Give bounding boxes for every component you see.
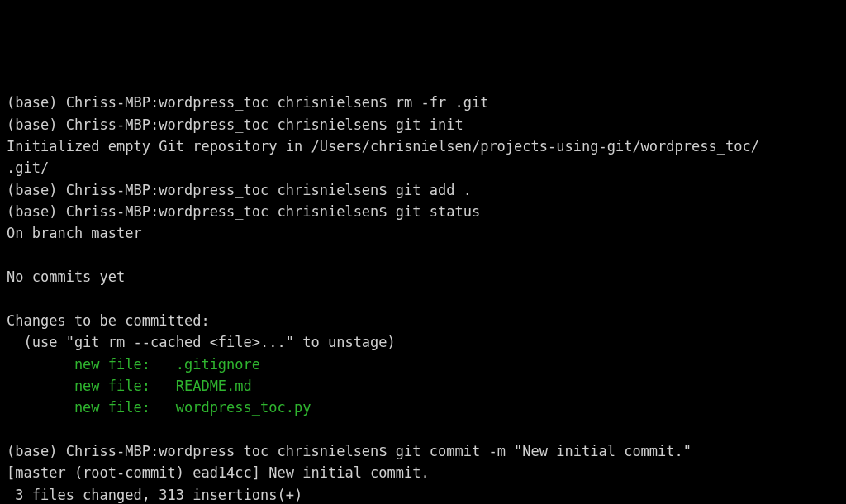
terminal-line: .git/	[7, 157, 839, 178]
shell-command: git status	[396, 203, 480, 220]
shell-output: .git/	[7, 159, 49, 176]
shell-command: git init	[396, 116, 463, 133]
shell-output: No commits yet	[7, 269, 125, 285]
terminal-line: (use "git rm --cached <file>..." to unst…	[7, 331, 839, 353]
shell-command: git commit -m "New initial commit."	[396, 443, 692, 459]
terminal-line: 3 files changed, 313 insertions(+)	[7, 484, 839, 504]
terminal-line	[7, 419, 839, 440]
shell-prompt: (base) Chriss-MBP:wordpress_toc chrisnie…	[7, 182, 396, 198]
shell-output: (use "git rm --cached <file>..." to unst…	[7, 334, 396, 350]
shell-prompt: (base) Chriss-MBP:wordpress_toc chrisnie…	[7, 116, 396, 133]
staged-file-line: new file: README.md	[7, 378, 252, 394]
terminal-line: new file: wordpress_toc.py	[7, 397, 839, 418]
shell-output: On branch master	[7, 225, 142, 241]
terminal-line: On branch master	[7, 222, 839, 244]
terminal-line: Changes to be committed:	[7, 310, 839, 331]
terminal-line: (base) Chriss-MBP:wordpress_toc chrisnie…	[7, 179, 839, 201]
shell-prompt: (base) Chriss-MBP:wordpress_toc chrisnie…	[7, 203, 396, 220]
terminal-line: Initialized empty Git repository in /Use…	[7, 136, 839, 157]
staged-file-line: new file: .gitignore	[7, 356, 260, 373]
terminal-line: new file: .gitignore	[7, 354, 839, 375]
terminal-line: (base) Chriss-MBP:wordpress_toc chrisnie…	[7, 440, 839, 462]
terminal-line: [master (root-commit) ead14cc] New initi…	[7, 462, 839, 483]
terminal-line: (base) Chriss-MBP:wordpress_toc chrisnie…	[7, 201, 839, 222]
terminal-line	[7, 288, 839, 309]
staged-file-line: new file: wordpress_toc.py	[7, 399, 311, 416]
terminal-line	[7, 245, 839, 266]
shell-command: git add .	[396, 182, 472, 198]
shell-output: Changes to be committed:	[7, 312, 210, 329]
shell-output: Initialized empty Git repository in /Use…	[7, 138, 759, 155]
terminal-line: (base) Chriss-MBP:wordpress_toc chrisnie…	[7, 92, 839, 113]
shell-output: [master (root-commit) ead14cc] New initi…	[7, 464, 430, 481]
terminal-line: No commits yet	[7, 266, 839, 288]
shell-output	[7, 421, 15, 438]
shell-prompt: (base) Chriss-MBP:wordpress_toc chrisnie…	[7, 443, 396, 459]
shell-prompt: (base) Chriss-MBP:wordpress_toc chrisnie…	[7, 94, 396, 111]
terminal-line: new file: README.md	[7, 375, 839, 397]
terminal-window[interactable]: (base) Chriss-MBP:wordpress_toc chrisnie…	[7, 92, 839, 504]
terminal-line: (base) Chriss-MBP:wordpress_toc chrisnie…	[7, 114, 839, 136]
shell-output: 3 files changed, 313 insertions(+)	[7, 487, 302, 503]
shell-command: rm -fr .git	[396, 94, 489, 111]
shell-output	[7, 290, 15, 307]
shell-output	[7, 247, 15, 264]
